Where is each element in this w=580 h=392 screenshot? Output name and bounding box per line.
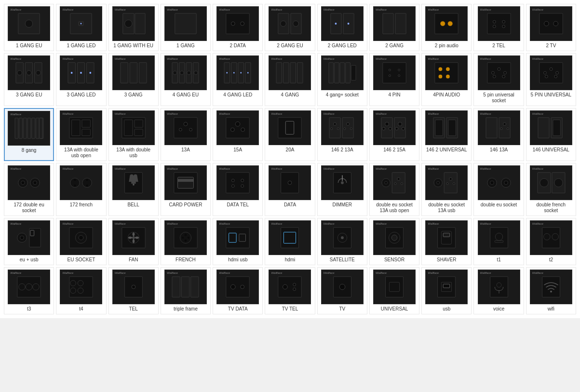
product-item-21[interactable]: Wallface 5 pin universal socket — [473, 53, 524, 106]
product-item-17[interactable]: Wallface 4 GANG — [265, 53, 315, 106]
product-item-53[interactable]: Wallface SHAVER — [421, 218, 472, 265]
product-image-56 — [13, 273, 45, 301]
product-item-57[interactable]: Wallface t4 — [56, 267, 106, 314]
product-item-14[interactable]: Wallface 3 GANG — [108, 53, 159, 106]
product-item-47[interactable]: Wallface FAN — [108, 218, 159, 265]
product-item-58[interactable]: Wallface TEL — [108, 267, 159, 314]
product-item-28[interactable]: Wallface 20A — [265, 108, 315, 161]
svg-point-210 — [188, 237, 189, 239]
product-item-6[interactable]: Wallface 2 GANG EU — [265, 4, 315, 51]
product-item-2[interactable]: Wallface 1 GANG LED — [56, 4, 106, 51]
product-item-34[interactable]: Wallface 172 double eu socket — [4, 163, 54, 216]
product-label-30: 146 2 15A — [383, 147, 405, 153]
product-image-60 — [222, 273, 254, 301]
product-item-22[interactable]: Wallface 5 PIN UNIVERSAL — [526, 53, 576, 106]
product-item-39[interactable]: Wallface DATA — [265, 163, 315, 216]
product-item-52[interactable]: Wallface SENSOR — [369, 218, 419, 265]
product-item-31[interactable]: Wallface 146 2 UNIVERSAL — [421, 108, 472, 161]
svg-point-87 — [493, 75, 496, 78]
product-thumb-48: Wallface — [164, 220, 207, 255]
product-item-40[interactable]: Wallface DIMMER — [317, 163, 367, 216]
product-item-7[interactable]: Wallface 2 GANG LED — [317, 4, 367, 51]
product-item-33[interactable]: Wallface 146 UNIVERSAL — [526, 108, 576, 161]
product-item-13[interactable]: Wallface 3 GANG LED — [56, 53, 106, 106]
product-item-25[interactable]: Wallface 13A with double usb — [108, 108, 159, 161]
svg-point-130 — [385, 122, 389, 126]
product-item-60[interactable]: Wallface TV DATA — [213, 267, 263, 314]
product-item-55[interactable]: Wallface t2 — [526, 218, 576, 265]
product-item-50[interactable]: Wallface hdmi — [265, 218, 315, 265]
product-image-2 — [65, 10, 97, 38]
product-item-38[interactable]: Wallface DATA TEL — [213, 163, 263, 216]
product-item-65[interactable]: Wallface voice — [473, 267, 524, 314]
svg-rect-115 — [226, 118, 249, 138]
product-label-59: triple frame — [174, 306, 198, 312]
product-item-36[interactable]: Wallface BELL — [108, 163, 159, 216]
product-item-44[interactable]: Wallface double french socket — [526, 163, 576, 216]
svg-point-233 — [26, 284, 32, 290]
product-item-29[interactable]: Wallface 146 2 13A — [317, 108, 367, 161]
product-item-35[interactable]: Wallface 172 french — [56, 163, 106, 216]
product-item-11[interactable]: Wallface 2 TV — [526, 4, 576, 51]
product-image-3 — [118, 10, 149, 38]
product-item-8[interactable]: Wallface 2 GANG — [369, 4, 419, 51]
product-label-33: 146 UNIVERSAL — [533, 147, 569, 153]
product-item-62[interactable]: Wallface TV — [317, 267, 367, 314]
product-item-66[interactable]: Wallface wifi — [526, 267, 576, 314]
product-image-51 — [326, 224, 358, 252]
product-item-26[interactable]: Wallface 13A — [161, 108, 211, 161]
product-item-5[interactable]: Wallface 2 DATA — [213, 4, 263, 51]
svg-rect-21 — [395, 14, 406, 34]
svg-rect-120 — [286, 121, 294, 134]
product-item-42[interactable]: Wallface double eu socket 13A usb — [421, 163, 472, 216]
svg-rect-8 — [175, 14, 196, 34]
product-item-48[interactable]: Wallface FRENCH — [161, 218, 211, 265]
product-item-10[interactable]: Wallface 2 TEL — [473, 4, 524, 51]
product-item-64[interactable]: Wallface usb — [421, 267, 472, 314]
product-item-54[interactable]: Wallface t1 — [473, 218, 524, 265]
product-item-23[interactable]: Wallface 8 gang — [4, 108, 54, 161]
product-image-27 — [222, 114, 254, 142]
product-item-16[interactable]: Wallface 4 GANG LED — [213, 53, 263, 106]
product-item-19[interactable]: Wallface 4 PIN — [369, 53, 419, 106]
product-item-15[interactable]: Wallface 4 GANG EU — [161, 53, 211, 106]
product-item-59[interactable]: Wallface triple frame — [161, 267, 211, 314]
product-item-49[interactable]: Wallface hdmi usb — [213, 218, 263, 265]
product-item-27[interactable]: Wallface 15A — [213, 108, 263, 161]
product-item-56[interactable]: Wallface t3 — [4, 267, 54, 314]
product-image-36 — [118, 169, 149, 197]
product-item-30[interactable]: Wallface 146 2 15A — [369, 108, 419, 161]
svg-rect-89 — [540, 63, 563, 83]
product-label-11: 2 TV — [546, 43, 556, 49]
product-item-4[interactable]: Wallface 1 GANG — [161, 4, 211, 51]
product-item-41[interactable]: Wallface double eu socket 13A usb open — [369, 163, 419, 216]
product-thumb-66: Wallface — [530, 270, 572, 304]
product-item-12[interactable]: Wallface 3 GANG EU — [4, 53, 54, 106]
svg-rect-105 — [82, 120, 90, 127]
product-item-45[interactable]: Wallface eu + usb — [4, 218, 54, 265]
svg-point-53 — [187, 71, 191, 75]
svg-rect-104 — [72, 120, 80, 136]
product-image-19 — [378, 59, 410, 87]
product-item-37[interactable]: Wallface CARD POWER — [161, 163, 211, 216]
product-thumb-37: Wallface — [164, 165, 207, 200]
product-item-18[interactable]: Wallface 4 gang+ socket — [317, 53, 367, 106]
svg-point-118 — [241, 128, 245, 132]
product-item-1[interactable]: Wallface 1 GANG EU — [4, 4, 54, 51]
product-item-43[interactable]: Wallface double eu socket — [473, 163, 524, 216]
svg-rect-164 — [178, 179, 194, 182]
product-item-63[interactable]: Wallface UNIVERSAL — [369, 267, 419, 314]
product-item-61[interactable]: Wallface TV TEL — [265, 267, 315, 314]
product-item-3[interactable]: Wallface 1 GANG WITH EU — [108, 4, 159, 51]
product-item-46[interactable]: Wallface EU SOCKET — [56, 218, 106, 265]
product-item-32[interactable]: Wallface 146 13A — [473, 108, 524, 161]
product-item-20[interactable]: Wallface 4PIN AUDIO — [421, 53, 472, 106]
product-thumb-14: Wallface — [112, 55, 155, 90]
product-item-24[interactable]: Wallface 13A with double usb open — [56, 108, 106, 161]
svg-point-134 — [398, 122, 402, 126]
product-item-9[interactable]: Wallface 2 pin audio — [421, 4, 472, 51]
svg-rect-97 — [24, 118, 27, 139]
product-item-51[interactable]: Wallface SATELLITE — [317, 218, 367, 265]
product-thumb-36: Wallface — [112, 165, 155, 200]
svg-point-158 — [86, 185, 88, 187]
